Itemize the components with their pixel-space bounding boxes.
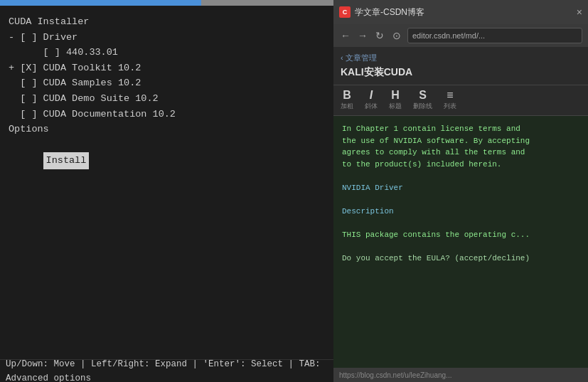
article-nav: ‹ 文章管理 [341,53,581,63]
cuda-toolkit-line: + [X] CUDA Toolkit 10.2 [9,60,327,76]
strikethrough-icon: S [419,90,427,101]
options-line: Options [9,122,327,137]
installer-title: CUDA Installer [9,14,327,30]
strikethrough-label: 删除线 [413,102,432,111]
cuda-demo-line: [ ] CUDA Demo Suite 10.2 [9,91,327,107]
body-line-3: agrees to comply with all the terms and [342,147,579,159]
body-spacer-4 [342,240,579,253]
toolbar-strikethrough[interactable]: S 删除线 [413,90,432,111]
nav-refresh-button[interactable]: ↻ [373,30,386,41]
article-title: KALI安装CUDA [341,66,581,79]
body-line-pkg: THIS package contains the operating c... [342,229,579,241]
bold-label: 加粗 [341,102,353,111]
article-body: In Chapter 1 contain license terms and t… [333,116,588,368]
nav-back-button[interactable]: ← [339,30,352,41]
browser-toolbar: ← → ↻ ⊙ editor.csdn.net/md/... [333,24,588,47]
cuda-samples-line: [ ] CUDA Samples 10.2 [9,75,327,91]
body-line-4: to the product(s) included herein. [342,159,579,171]
body-line-eula: Do you accept the EULA? (accept/decline) [342,253,579,265]
browser-close-button[interactable]: × [577,6,582,18]
body-spacer-3 [342,217,579,229]
browser-status-text: https://blog.csdn.net/u/leeZihuang... [339,371,451,379]
terminal-status-bar: Up/Down: Move | Left/Right: Expand | 'En… [0,359,336,382]
article-toolbar: B 加粗 I 斜体 H 标题 S 删除线 ≡ 列表 [333,85,588,116]
browser-titlebar: C 学文章-CSDN博客 × [333,0,588,24]
driver-version-line: [ ] 440.33.01 [9,45,327,60]
body-line-1: In Chapter 1 contain license terms and [342,123,579,135]
browser-status-bar: https://blog.csdn.net/u/leeZihuang... [333,368,588,382]
browser-favicon: C [339,6,351,18]
body-spacer-2 [342,193,579,206]
nav-home-button[interactable]: ⊙ [390,30,403,41]
body-line-2: the use of NVIDIA software. By accepting [342,135,579,147]
toolbar-list[interactable]: ≡ 列表 [444,90,456,111]
heading-label: 标题 [389,102,402,111]
body-spacer-1 [342,170,579,182]
article-header: ‹ 文章管理 KALI安装CUDA [333,47,588,85]
italic-icon: I [370,90,373,101]
install-button[interactable]: Install [9,137,327,185]
browser-panel: C 学文章-CSDN博客 × ← → ↻ ⊙ editor.csdn.net/m… [333,0,588,382]
address-bar[interactable]: editor.csdn.net/md/... [407,28,582,43]
list-icon: ≡ [447,90,453,101]
cuda-docs-line: [ ] CUDA Documentation 10.2 [9,107,327,122]
toolbar-heading[interactable]: H 标题 [389,90,402,111]
nav-forward-button[interactable]: → [356,30,369,41]
heading-icon: H [391,90,400,101]
toolbar-italic[interactable]: I 斜体 [365,90,378,111]
bold-icon: B [343,90,351,101]
body-section-desc: Description [342,206,579,218]
browser-title: 学文章-CSDN博客 [355,6,572,18]
address-text: editor.csdn.net/md/... [412,31,485,40]
body-section-driver: NVIDIA Driver [342,182,579,194]
breadcrumb-back[interactable]: ‹ 文章管理 [341,53,377,63]
driver-line: - [ ] Driver [9,30,327,46]
toolbar-bold[interactable]: B 加粗 [341,90,353,111]
terminal-panel: CUDA Installer - [ ] Driver [ ] 440.33.0… [0,0,336,382]
list-label: 列表 [444,102,456,111]
top-progress-bar [0,0,336,6]
italic-label: 斜体 [365,102,378,111]
terminal-content: CUDA Installer - [ ] Driver [ ] 440.33.0… [9,14,327,185]
terminal-status-text: Up/Down: Move | Left/Right: Expand | 'En… [6,357,330,383]
